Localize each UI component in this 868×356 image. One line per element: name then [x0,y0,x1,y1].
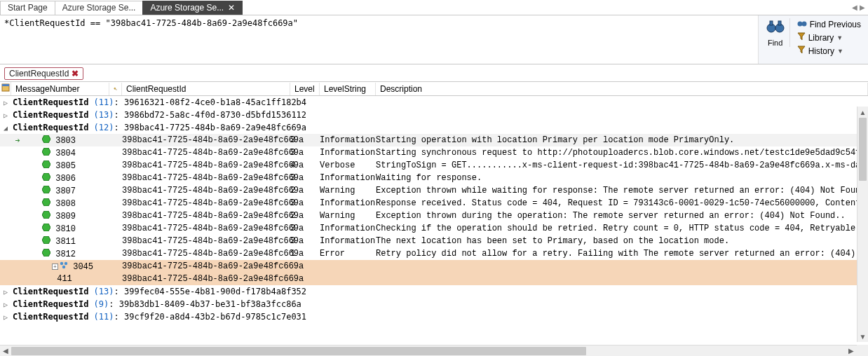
find-label: Find [768,39,782,47]
message-number: 411 [52,274,72,284]
tab-scroll-controls[interactable]: ◀ ▶ [852,4,868,11]
expand-icon[interactable]: ▷ [0,99,11,107]
tab-azure-storage-2[interactable]: Azure Storage Se... ✕ [142,1,243,15]
history-dropdown[interactable]: History ▼ [796,45,862,57]
horizontal-scrollbar[interactable]: ◀ ▶ [0,345,857,356]
history-label: History [808,46,834,56]
table-row[interactable]: 3811398bac41-7725-484b-8a69-2a9e48fc669a… [0,235,868,247]
scrollbar-corner [857,345,868,356]
table-row[interactable]: 411398bac41-7725-484b-8a69-2a9e48fc669a [0,273,868,285]
client-request-id: 398bac41-7725-484b-8a69-2a9e48fc669a [122,261,290,271]
find-button[interactable]: Find [761,18,790,47]
table-row[interactable]: 3808398bac41-7725-484b-8a69-2a9e48fc669a… [0,197,868,210]
cluster-icon [60,261,68,269]
svg-marker-14 [42,198,50,206]
client-request-id: 398bac41-7725-484b-8a69-2a9e48fc669a [122,249,290,259]
group-count: (13) [94,287,114,296]
filter-chip-row: ClientRequestId ✖ [0,64,868,82]
svg-rect-7 [2,84,9,86]
hex-green-icon [42,186,50,193]
query-input[interactable]: *ClientRequestId == "398bac41-7725-484b-… [0,15,759,64]
message-number: 3808 [50,199,76,209]
tab-label: Azure Storage Se... [62,3,136,13]
level-value: 3 [290,173,320,183]
table-row[interactable]: 3810398bac41-7725-484b-8a69-2a9e48fc669a… [0,222,868,235]
vertical-scrollbar[interactable]: ▲ ▼ [857,107,868,342]
table-row[interactable]: + 3045398bac41-7725-484b-8a69-2a9e48fc66… [0,260,868,273]
svg-point-19 [60,261,63,264]
description-text: Exception thrown during the operation: T… [376,211,868,221]
level-string: Information [320,173,376,183]
table-row[interactable]: 3804398bac41-7725-484b-8a69-2a9e48fc669a… [0,146,868,159]
svg-point-5 [801,22,806,27]
scroll-down-icon[interactable]: ▼ [857,331,868,342]
table-row[interactable]: 3809398bac41-7725-484b-8a69-2a9e48fc669a… [0,210,868,222]
scroll-left-icon[interactable]: ◀ [0,347,11,355]
expand-icon[interactable]: ▷ [0,301,11,308]
library-label: Library [808,33,834,43]
filter-chip-clientrequestid[interactable]: ClientRequestId ✖ [4,67,83,80]
level-string: Information [320,224,376,233]
table-row[interactable]: 3812398bac41-7725-484b-8a69-2a9e48fc669a… [0,247,868,260]
expand-icon[interactable]: ▷ [0,288,11,296]
svg-point-4 [797,22,802,27]
client-request-id: 398bac41-7725-484b-8a69-2a9e48fc669a [122,186,290,196]
group-row[interactable]: ▷ClientRequestId (9): 39b83db1-8409-4b37… [0,298,868,310]
message-number: 3810 [50,224,76,234]
level-string: Information [320,198,376,208]
column-level[interactable]: Level [290,83,320,95]
tab-start-page[interactable]: Start Page [0,1,55,15]
column-description[interactable]: Description [376,83,868,95]
library-dropdown[interactable]: Library ▼ [796,32,862,43]
svg-marker-12 [42,173,50,181]
message-number: 3804 [50,149,76,158]
find-previous-link[interactable]: Find Previous [796,18,862,30]
column-messagenumber[interactable]: MessageNumber [11,83,109,95]
level-string: Warning [320,186,376,196]
binoculars-small-icon [797,19,807,29]
level-value: 3 [290,198,320,208]
group-count: (9) [94,299,109,309]
group-value: : 39cf9f20-a8d4-43b2-b67d-9785c1c7e031 [114,312,307,322]
description-text: Retry policy did not allow for a retry. … [376,249,868,259]
scroll-right-icon[interactable]: ▶ [846,347,857,355]
collapse-icon[interactable]: ◢ [0,124,11,132]
group-row[interactable]: ▷ClientRequestId (13): 399fec04-555e-4b8… [0,285,868,298]
hex-green-icon [42,173,50,181]
group-label: ClientRequestId [13,312,88,322]
chevron-down-icon: ▼ [836,34,843,41]
group-row[interactable]: ▷ClientRequestId (11): 39cf9f20-a8d4-43b… [0,310,868,323]
svg-marker-18 [42,249,50,256]
column-expand[interactable] [0,82,11,95]
group-row[interactable]: ◢ClientRequestId (12): 398bac41-7725-484… [0,121,868,134]
column-levelstring[interactable]: LevelString [320,83,376,95]
client-request-id: 398bac41-7725-484b-8a69-2a9e48fc669a [122,160,290,170]
column-clientrequestid[interactable]: ClientRequestId [122,83,290,95]
group-label: ClientRequestId [13,97,88,107]
expand-box-icon[interactable]: + [52,263,58,270]
expand-icon[interactable]: ▷ [0,313,11,321]
tab-label: Start Page [8,3,48,13]
scroll-thumb[interactable] [11,347,586,355]
svg-point-21 [62,265,65,268]
close-icon[interactable]: ✖ [72,69,79,78]
funnel-icon [797,32,806,43]
expand-icon[interactable]: ▷ [0,111,11,119]
svg-point-20 [65,261,67,264]
scroll-thumb[interactable] [859,118,867,181]
column-icon[interactable] [109,83,122,95]
close-icon[interactable]: ✕ [228,3,235,13]
table-row[interactable]: 3805398bac41-7725-484b-8a69-2a9e48fc669a… [0,159,868,172]
group-row[interactable]: ▷ClientRequestId (13): 3986bd72-5a8c-4f0… [0,109,868,121]
level-string: Information [320,148,376,158]
tab-azure-storage-1[interactable]: Azure Storage Se... [55,1,144,15]
svg-marker-16 [42,224,50,231]
client-request-id: 398bac41-7725-484b-8a69-2a9e48fc669a [122,236,290,246]
description-text: The next location has been set to Primar… [376,236,868,246]
group-row[interactable]: ▷ClientRequestId (11): 39616321-08f2-4ce… [0,96,868,109]
scroll-up-icon[interactable]: ▲ [857,107,868,118]
table-row[interactable]: 3807398bac41-7725-484b-8a69-2a9e48fc669a… [0,184,868,197]
table-row[interactable]: 3806398bac41-7725-484b-8a69-2a9e48fc669a… [0,172,868,184]
client-request-id: 398bac41-7725-484b-8a69-2a9e48fc669a [122,148,290,158]
table-row[interactable]: ➔ 3803398bac41-7725-484b-8a69-2a9e48fc66… [0,134,868,146]
